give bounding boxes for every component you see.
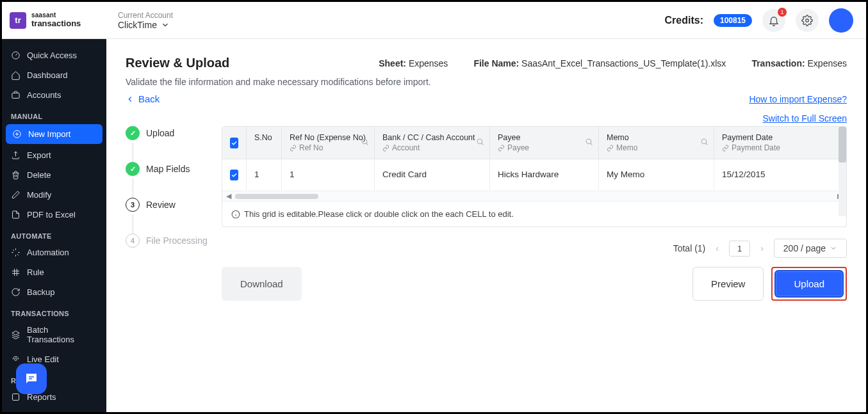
logo: tr saasant transactions	[2, 12, 106, 29]
filename-meta: File Name: SaasAnt_Excel_Transactions_US…	[473, 58, 726, 68]
svg-point-6	[362, 139, 367, 144]
check-icon: ✓	[126, 162, 140, 176]
sidebar-item-dashboard[interactable]: Dashboard	[2, 65, 106, 85]
link-icon	[722, 145, 729, 152]
briefcase-icon	[11, 90, 20, 100]
col-payee[interactable]: Payee Payee	[490, 127, 599, 159]
file-icon	[11, 210, 20, 219]
sidebar-section-manual: MANUAL	[2, 105, 106, 123]
select-all-checkbox[interactable]	[230, 138, 238, 148]
page-number[interactable]: 1	[729, 241, 750, 257]
live-icon	[11, 354, 20, 364]
step-map-fields[interactable]: ✓ Map Fields	[126, 162, 209, 176]
sidebar-item-accounts[interactable]: Accounts	[2, 85, 106, 105]
sidebar-item-automation[interactable]: Automation	[2, 243, 106, 262]
col-date[interactable]: Payment Date Payment Date	[714, 127, 810, 159]
account-selector[interactable]: Current Account ClickTime	[118, 11, 173, 30]
page-title: Review & Upload	[126, 56, 229, 70]
step-upload[interactable]: ✓ Upload	[126, 126, 209, 140]
notifications-button[interactable]: 1	[762, 9, 785, 32]
upload-highlight: Upload	[771, 267, 847, 301]
sidebar-item-backup[interactable]: Backup	[2, 282, 106, 302]
table-row[interactable]: 1 1 Credit Card Hicks Hardware My Memo 1…	[222, 159, 846, 191]
total-count: Total (1)	[673, 243, 706, 253]
search-icon[interactable]	[476, 138, 484, 148]
horizontal-scrollbar[interactable]: ◀ ▶	[222, 191, 846, 201]
link-icon	[607, 145, 614, 152]
app-header: tr saasant transactions Current Account …	[2, 2, 866, 39]
fullscreen-link[interactable]: Switch to Full Screen	[749, 113, 847, 123]
col-memo[interactable]: Memo Memo	[599, 127, 714, 159]
check-icon: ✓	[126, 126, 140, 140]
sidebar-item-pdf-to-excel[interactable]: PDF to Excel	[2, 205, 106, 225]
sidebar-item-modify[interactable]: Modify	[2, 185, 106, 205]
grid-header: S.No Ref No (Expense No) Ref No Bank / C…	[222, 127, 846, 159]
how-to-import-link[interactable]: How to import Expense?	[749, 94, 847, 104]
svg-point-8	[586, 139, 591, 144]
action-bar: Download Preview Upload	[222, 267, 847, 301]
row-checkbox[interactable]	[230, 170, 238, 180]
download-button[interactable]: Download	[222, 267, 302, 301]
rule-icon	[11, 267, 20, 277]
svg-point-9	[701, 139, 707, 144]
data-grid: S.No Ref No (Expense No) Ref No Bank / C…	[222, 126, 847, 227]
credits-label: Credits:	[665, 15, 703, 26]
edit-icon	[11, 190, 20, 200]
svg-rect-5	[13, 394, 19, 401]
settings-button[interactable]	[796, 9, 819, 32]
report-icon	[11, 392, 20, 402]
preview-button[interactable]: Preview	[692, 267, 764, 301]
sidebar: Quick Access Dashboard Accounts MANUAL N…	[2, 39, 106, 412]
notification-badge: 1	[778, 8, 787, 17]
chat-icon	[24, 371, 39, 386]
link-icon	[498, 145, 505, 152]
pagination: Total (1) ‹ 1 › 200 / page	[222, 239, 847, 258]
wizard-steps: ✓ Upload ✓ Map Fields 3 Review 4 File Pr…	[126, 126, 209, 301]
sidebar-section-automate: AUTOMATE	[2, 225, 106, 243]
sidebar-item-account-summary[interactable]: Account Summary	[2, 407, 106, 412]
sidebar-item-new-import[interactable]: New Import	[6, 124, 102, 144]
credits-value: 100815	[714, 14, 752, 27]
svg-point-4	[15, 358, 17, 361]
scroll-left-icon[interactable]: ◀	[222, 192, 235, 200]
step-review[interactable]: 3 Review	[126, 198, 209, 212]
col-ref[interactable]: Ref No (Expense No) Ref No	[282, 127, 375, 159]
back-link[interactable]: Back	[126, 93, 847, 104]
col-sno: S.No	[247, 127, 282, 159]
link-icon	[382, 145, 389, 152]
link-icon	[290, 145, 297, 152]
chevron-down-icon	[161, 20, 170, 29]
transaction-meta: Transaction: Expenses	[751, 58, 847, 68]
next-page-button[interactable]: ›	[758, 243, 766, 253]
upload-button[interactable]: Upload	[774, 270, 844, 298]
sidebar-item-rule[interactable]: Rule	[2, 262, 106, 282]
logo-badge: tr	[10, 12, 26, 29]
chat-fab[interactable]	[16, 363, 47, 394]
plus-icon	[12, 129, 22, 139]
col-bank[interactable]: Bank / CC / Cash Account Account	[375, 127, 490, 159]
sidebar-item-delete[interactable]: Delete	[2, 165, 106, 185]
sidebar-item-quick-access[interactable]: Quick Access	[2, 45, 106, 65]
search-icon[interactable]	[361, 138, 369, 148]
backup-icon	[11, 287, 20, 297]
user-avatar[interactable]	[829, 8, 853, 33]
page-size-select[interactable]: 200 / page	[774, 239, 847, 258]
vertical-scrollbar[interactable]	[839, 127, 846, 216]
logo-text: saasant transactions	[31, 12, 81, 28]
sidebar-item-export[interactable]: Export	[2, 145, 106, 165]
chevron-down-icon	[830, 244, 837, 252]
prev-page-button[interactable]: ‹	[713, 243, 721, 253]
svg-point-0	[806, 19, 809, 22]
search-icon[interactable]	[585, 138, 593, 148]
bell-icon	[768, 15, 780, 26]
svg-rect-2	[12, 93, 19, 98]
sidebar-item-batch-transactions[interactable]: Batch Transactions	[2, 320, 106, 349]
home-icon	[11, 70, 20, 80]
sheet-meta: Sheet: Expenses	[379, 58, 448, 68]
gear-icon	[801, 15, 813, 26]
gauge-icon	[11, 51, 20, 60]
search-icon[interactable]	[700, 138, 708, 148]
chevron-left-icon	[126, 95, 135, 104]
page-subtitle: Validate the file information and make n…	[126, 77, 847, 87]
automation-icon	[11, 248, 20, 257]
